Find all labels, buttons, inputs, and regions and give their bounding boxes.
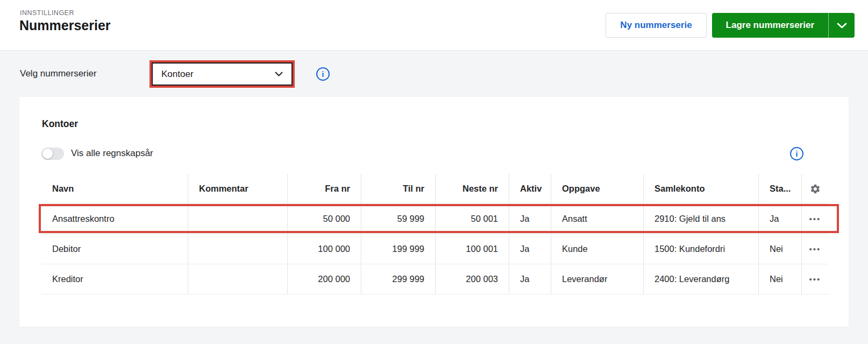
cell-sta[interactable]: Ja <box>758 204 801 234</box>
column-header-oppgave: Oppgave <box>551 174 643 203</box>
cell-kommentar[interactable] <box>188 264 287 294</box>
cell-til[interactable]: 299 999 <box>361 264 435 294</box>
chevron-down-icon <box>837 23 847 29</box>
cell-navn[interactable]: Kreditor <box>41 264 188 294</box>
cell-samlekonto[interactable]: 1500: Kundefordri <box>643 234 758 264</box>
cell-actions: ••• <box>801 234 828 264</box>
cell-til[interactable]: 199 999 <box>361 234 435 264</box>
table-row[interactable]: Debitor100 000199 999100 001JaKunde1500:… <box>41 234 828 264</box>
info-icon[interactable]: i <box>316 67 330 81</box>
cell-actions: ••• <box>801 204 828 234</box>
cell-kommentar[interactable] <box>188 234 287 264</box>
column-header-navn: Navn <box>41 174 188 203</box>
gear-icon[interactable] <box>802 174 828 203</box>
cell-oppgave[interactable]: Kunde <box>551 234 643 264</box>
table-row[interactable]: Ansattreskontro50 00059 99950 001JaAnsat… <box>41 204 828 234</box>
column-header-sta: Sta... <box>758 174 801 203</box>
column-header-samlekonto: Samlekonto <box>643 174 758 203</box>
cell-samlekonto[interactable]: 2910: Gjeld til ans <box>643 204 758 234</box>
cell-samlekonto[interactable]: 2400: Leverandørg <box>643 264 758 294</box>
cell-sta[interactable]: Nei <box>758 234 801 264</box>
selected-series-value: Kontoer <box>161 69 194 80</box>
toggle-knob <box>42 149 53 159</box>
toggle-label: Vis alle regnskapsår <box>71 148 153 159</box>
cell-kommentar[interactable] <box>188 204 287 234</box>
column-settings-cell <box>801 174 828 203</box>
number-series-card: Kontoer Vis alle regnskapsår i NavnKomme… <box>19 97 849 327</box>
cell-til[interactable]: 59 999 <box>361 204 435 234</box>
cell-oppgave[interactable]: Ansatt <box>551 204 643 234</box>
save-dropdown-button[interactable] <box>828 13 855 38</box>
cell-neste[interactable]: 50 001 <box>435 204 509 234</box>
cell-navn[interactable]: Debitor <box>41 234 188 264</box>
card-title: Kontoer <box>42 118 78 130</box>
cell-navn[interactable]: Ansattreskontro <box>41 204 188 234</box>
cell-aktiv[interactable]: Ja <box>509 204 551 234</box>
number-series-table: NavnKommentarFra nrTil nrNeste nrAktivOp… <box>41 174 828 294</box>
column-header-neste: Neste nr <box>435 174 509 203</box>
table-row[interactable]: Kreditor200 000299 999200 003JaLeverandø… <box>41 264 828 294</box>
cell-neste[interactable]: 200 003 <box>435 264 509 294</box>
topbar-actions: Ny nummerserie Lagre nummerserier <box>606 13 855 38</box>
topbar: INNSTILLINGER Nummerserier Ny nummerseri… <box>0 0 868 51</box>
cell-oppgave[interactable]: Leverandør <box>551 264 643 294</box>
cell-aktiv[interactable]: Ja <box>509 264 551 294</box>
info-icon[interactable]: i <box>790 147 803 160</box>
cell-fra[interactable]: 200 000 <box>287 264 361 294</box>
column-header-kommentar: Kommentar <box>188 174 287 203</box>
column-header-aktiv: Aktiv <box>509 174 551 203</box>
save-split-button: Lagre nummerserier <box>712 13 855 38</box>
save-number-series-button[interactable]: Lagre nummerserier <box>712 13 828 38</box>
select-highlight-annotation: Kontoer <box>150 60 295 88</box>
table-body: Ansattreskontro50 00059 99950 001JaAnsat… <box>41 204 828 294</box>
cell-actions: ••• <box>801 264 828 294</box>
table-header-row: NavnKommentarFra nrTil nrNeste nrAktivOp… <box>41 174 828 204</box>
row-menu-button[interactable]: ••• <box>808 273 822 285</box>
cell-fra[interactable]: 100 000 <box>287 234 361 264</box>
breadcrumb: INNSTILLINGER <box>20 9 74 17</box>
chevron-down-icon <box>275 72 283 76</box>
row-menu-button[interactable]: ••• <box>808 213 822 225</box>
column-header-til: Til nr <box>361 174 435 203</box>
cell-fra[interactable]: 50 000 <box>287 204 361 234</box>
select-series-label: Velg nummerserier <box>20 68 97 79</box>
row-menu-button[interactable]: ••• <box>808 243 822 255</box>
cell-aktiv[interactable]: Ja <box>509 234 551 264</box>
new-number-series-button[interactable]: Ny nummerserie <box>606 13 706 38</box>
cell-sta[interactable]: Nei <box>758 264 801 294</box>
show-all-years-toggle[interactable] <box>41 148 64 160</box>
number-series-select[interactable]: Kontoer <box>152 62 293 86</box>
cell-neste[interactable]: 100 001 <box>435 234 509 264</box>
page-title: Nummerserier <box>19 18 111 33</box>
column-header-fra: Fra nr <box>287 174 361 203</box>
